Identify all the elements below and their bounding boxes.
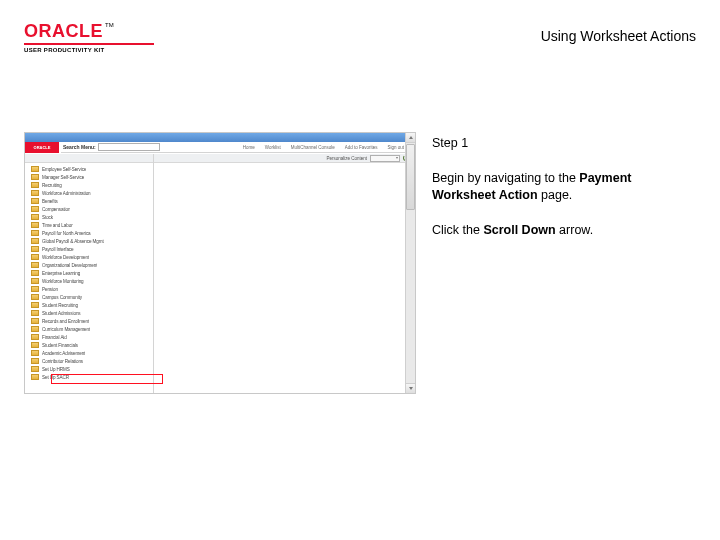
layout-select[interactable] [370,155,400,162]
folder-icon [31,326,39,333]
nav-item[interactable]: Workforce Development [25,253,153,261]
folder-icon [31,366,39,373]
folder-icon [31,182,39,189]
instruction-line-1: Begin by navigating to the Payment Works… [432,170,692,204]
scroll-thumb[interactable] [406,144,415,210]
chevron-up-icon [409,136,413,139]
folder-icon [31,222,39,229]
nav-item[interactable]: Student Recruiting [25,301,153,309]
search-menu-input[interactable] [98,143,160,151]
nav-item[interactable]: Time and Labor [25,221,153,229]
nav-item[interactable]: Organizational Development [25,261,153,269]
nav-item-label: Pension [42,287,58,292]
oracle-logo-block: ORACLETM USER PRODUCTIVITY KIT [24,22,154,53]
nav-item[interactable]: Curriculum Management [25,325,153,333]
text-bold: Scroll Down [483,223,555,237]
nav-item[interactable]: Manager Self-Service [25,173,153,181]
folder-icon [31,342,39,349]
personalize-label: Personalize Content [326,156,367,161]
nav-item-label: Workforce Monitoring [42,279,84,284]
logo-divider [24,43,154,45]
nav-header [25,154,153,163]
folder-icon [31,166,39,173]
nav-item[interactable]: Recruiting [25,181,153,189]
scroll-up-button[interactable] [406,133,415,143]
step-label: Step 1 [432,135,692,152]
top-link-home[interactable]: Home [243,145,255,150]
text: Click the [432,223,483,237]
nav-item[interactable]: Workforce Administration [25,189,153,197]
nav-item[interactable]: Student Admissions [25,309,153,317]
nav-item-label: Curriculum Management [42,327,90,332]
folder-icon [31,198,39,205]
oracle-brand-text: ORACLE [24,21,103,41]
top-link-fav[interactable]: Add to Favorites [345,145,378,150]
nav-item[interactable]: Payroll Interface [25,245,153,253]
nav-item[interactable]: Financial Aid [25,333,153,341]
nav-item-label: Workforce Development [42,255,89,260]
folder-icon [31,230,39,237]
nav-item[interactable]: Pension [25,285,153,293]
folder-icon [31,286,39,293]
main-panel: Personalize Content [154,154,415,393]
oracle-wordmark: ORACLETM [24,22,154,41]
nav-item-label: Time and Labor [42,223,73,228]
app-search-bar: Search Menu: Home Worklist MultiChannel … [61,142,408,153]
top-link-signout[interactable]: Sign out [387,145,404,150]
nav-item[interactable]: Payroll for North America [25,229,153,237]
nav-item[interactable]: Workforce Monitoring [25,277,153,285]
folder-icon [31,302,39,309]
folder-icon [31,318,39,325]
folder-icon [31,214,39,221]
app-top-stripe [25,133,415,142]
nav-item[interactable]: Academic Advisement [25,349,153,357]
nav-item[interactable]: Set Up SACR [25,373,153,381]
nav-item[interactable]: Stock [25,213,153,221]
scroll-down-button[interactable] [406,383,415,393]
nav-item-label: Student Recruiting [42,303,78,308]
text: Begin by navigating to the [432,171,579,185]
nav-item-label: Workforce Administration [42,191,91,196]
nav-item[interactable]: Set Up HRMS [25,365,153,373]
nav-item-label: Compensation [42,207,70,212]
folder-icon [31,206,39,213]
instruction-line-2: Click the Scroll Down arrow. [432,222,692,239]
left-nav-panel: Employee Self-ServiceManager Self-Servic… [25,154,154,393]
nav-item-label: Student Admissions [42,311,81,316]
nav-item-label: Manager Self-Service [42,175,84,180]
main-toolbar: Personalize Content [154,154,415,163]
top-link-mcc[interactable]: MultiChannel Console [291,145,335,150]
nav-item-label: Employee Self-Service [42,167,86,172]
nav-item-label: Stock [42,215,53,220]
nav-item-label: Global Payroll & Absence Mgmt [42,239,104,244]
nav-item[interactable]: Enterprise Learning [25,269,153,277]
folder-icon [31,238,39,245]
folder-icon [31,270,39,277]
folder-icon [31,310,39,317]
folder-icon [31,358,39,365]
folder-icon [31,254,39,261]
nav-item[interactable]: Compensation [25,205,153,213]
folder-icon [31,190,39,197]
top-link-worklist[interactable]: Worklist [265,145,281,150]
nav-item[interactable]: Global Payroll & Absence Mgmt [25,237,153,245]
nav-list: Employee Self-ServiceManager Self-Servic… [25,163,153,383]
folder-icon [31,174,39,181]
app-oracle-badge: ORACLE [25,142,59,153]
nav-item[interactable]: Contributor Relations [25,357,153,365]
nav-item-label: Contributor Relations [42,359,83,364]
nav-item-label: Academic Advisement [42,351,85,356]
nav-item[interactable]: Employee Self-Service [25,165,153,173]
nav-item[interactable]: Records and Enrollment [25,317,153,325]
nav-item[interactable]: Campus Community [25,293,153,301]
folder-icon [31,294,39,301]
nav-item[interactable]: Benefits [25,197,153,205]
text: page. [538,188,573,202]
folder-icon [31,374,39,381]
nav-item-label: Set Up SACR [42,375,69,380]
nav-item-label: Financial Aid [42,335,67,340]
nav-item-label: Benefits [42,199,58,204]
embedded-screenshot: ORACLE Search Menu: Home Worklist MultiC… [24,132,416,394]
nav-item[interactable]: Student Financials [25,341,153,349]
page-title: Using Worksheet Actions [541,28,696,44]
